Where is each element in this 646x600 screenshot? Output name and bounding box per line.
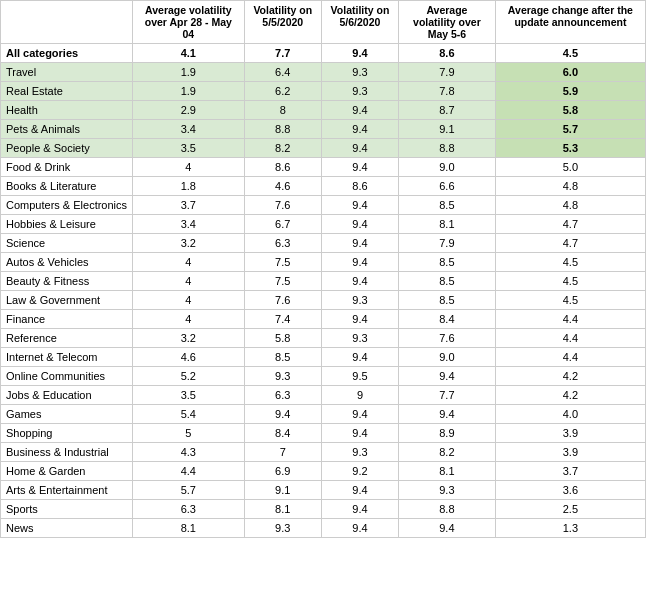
change-cell: 3.9 bbox=[495, 443, 645, 462]
vol-55-cell: 7.5 bbox=[244, 253, 321, 272]
category-cell: Finance bbox=[1, 310, 133, 329]
table-row: Books & Literature1.84.68.66.64.8 bbox=[1, 177, 646, 196]
change-cell: 4.5 bbox=[495, 291, 645, 310]
vol-avg-cell: 3.4 bbox=[133, 120, 245, 139]
category-cell: Law & Government bbox=[1, 291, 133, 310]
table-row: Internet & Telecom4.68.59.49.04.4 bbox=[1, 348, 646, 367]
vol-avg-56-cell: 8.6 bbox=[399, 44, 496, 63]
col-header-avg-56: Average volatility over May 5-6 bbox=[399, 1, 496, 44]
vol-avg-cell: 3.7 bbox=[133, 196, 245, 215]
category-cell: Science bbox=[1, 234, 133, 253]
vol-avg-56-cell: 8.1 bbox=[399, 462, 496, 481]
table-row: Beauty & Fitness47.59.48.54.5 bbox=[1, 272, 646, 291]
category-cell: Business & Industrial bbox=[1, 443, 133, 462]
vol-55-cell: 8.4 bbox=[244, 424, 321, 443]
vol-56-cell: 9.3 bbox=[321, 291, 398, 310]
change-cell: 5.3 bbox=[495, 139, 645, 158]
vol-55-cell: 4.6 bbox=[244, 177, 321, 196]
vol-avg-56-cell: 9.1 bbox=[399, 120, 496, 139]
change-cell: 4.7 bbox=[495, 215, 645, 234]
table-row: Hobbies & Leisure3.46.79.48.14.7 bbox=[1, 215, 646, 234]
vol-avg-cell: 4 bbox=[133, 291, 245, 310]
vol-avg-cell: 4 bbox=[133, 272, 245, 291]
col-header-vol-56: Volatility on 5/6/2020 bbox=[321, 1, 398, 44]
table-row: Travel1.96.49.37.96.0 bbox=[1, 63, 646, 82]
vol-56-cell: 9.4 bbox=[321, 44, 398, 63]
vol-avg-56-cell: 7.7 bbox=[399, 386, 496, 405]
category-cell: Real Estate bbox=[1, 82, 133, 101]
col-header-avg-change: Average change after the update announce… bbox=[495, 1, 645, 44]
vol-avg-cell: 4 bbox=[133, 158, 245, 177]
change-cell: 4.5 bbox=[495, 44, 645, 63]
table-row: Pets & Animals3.48.89.49.15.7 bbox=[1, 120, 646, 139]
vol-avg-56-cell: 9.4 bbox=[399, 367, 496, 386]
category-cell: News bbox=[1, 519, 133, 538]
vol-55-cell: 9.3 bbox=[244, 367, 321, 386]
vol-56-cell: 9 bbox=[321, 386, 398, 405]
col-header-avg-vol: Average volatility over Apr 28 - May 04 bbox=[133, 1, 245, 44]
vol-56-cell: 9.4 bbox=[321, 158, 398, 177]
vol-56-cell: 9.4 bbox=[321, 519, 398, 538]
vol-56-cell: 9.4 bbox=[321, 348, 398, 367]
change-cell: 5.8 bbox=[495, 101, 645, 120]
col-header-category bbox=[1, 1, 133, 44]
table-row: Science3.26.39.47.94.7 bbox=[1, 234, 646, 253]
vol-56-cell: 9.4 bbox=[321, 272, 398, 291]
category-cell: Computers & Electronics bbox=[1, 196, 133, 215]
vol-avg-56-cell: 8.4 bbox=[399, 310, 496, 329]
category-cell: Pets & Animals bbox=[1, 120, 133, 139]
vol-56-cell: 9.3 bbox=[321, 63, 398, 82]
col-header-vol-55: Volatility on 5/5/2020 bbox=[244, 1, 321, 44]
vol-avg-56-cell: 8.5 bbox=[399, 291, 496, 310]
vol-avg-cell: 5.4 bbox=[133, 405, 245, 424]
vol-avg-cell: 3.2 bbox=[133, 234, 245, 253]
change-cell: 1.3 bbox=[495, 519, 645, 538]
vol-55-cell: 8.6 bbox=[244, 158, 321, 177]
vol-avg-cell: 4 bbox=[133, 253, 245, 272]
table-row: Law & Government47.69.38.54.5 bbox=[1, 291, 646, 310]
change-cell: 4.8 bbox=[495, 196, 645, 215]
change-cell: 4.2 bbox=[495, 386, 645, 405]
change-cell: 5.9 bbox=[495, 82, 645, 101]
vol-avg-cell: 4.4 bbox=[133, 462, 245, 481]
vol-56-cell: 9.4 bbox=[321, 500, 398, 519]
vol-avg-cell: 1.8 bbox=[133, 177, 245, 196]
category-cell: Beauty & Fitness bbox=[1, 272, 133, 291]
vol-56-cell: 9.4 bbox=[321, 234, 398, 253]
vol-avg-cell: 4 bbox=[133, 310, 245, 329]
category-cell: People & Society bbox=[1, 139, 133, 158]
vol-56-cell: 9.4 bbox=[321, 120, 398, 139]
vol-avg-56-cell: 9.4 bbox=[399, 519, 496, 538]
vol-55-cell: 6.7 bbox=[244, 215, 321, 234]
category-cell: Reference bbox=[1, 329, 133, 348]
change-cell: 4.7 bbox=[495, 234, 645, 253]
vol-avg-56-cell: 9.0 bbox=[399, 158, 496, 177]
table-row: People & Society3.58.29.48.85.3 bbox=[1, 139, 646, 158]
vol-avg-cell: 4.6 bbox=[133, 348, 245, 367]
change-cell: 4.4 bbox=[495, 329, 645, 348]
category-cell: Travel bbox=[1, 63, 133, 82]
vol-avg-56-cell: 7.8 bbox=[399, 82, 496, 101]
category-cell: Sports bbox=[1, 500, 133, 519]
vol-55-cell: 5.8 bbox=[244, 329, 321, 348]
change-cell: 4.0 bbox=[495, 405, 645, 424]
vol-avg-cell: 3.5 bbox=[133, 139, 245, 158]
vol-55-cell: 6.4 bbox=[244, 63, 321, 82]
vol-avg-56-cell: 7.9 bbox=[399, 63, 496, 82]
vol-56-cell: 9.4 bbox=[321, 405, 398, 424]
vol-56-cell: 9.4 bbox=[321, 139, 398, 158]
table-row: Home & Garden4.46.99.28.13.7 bbox=[1, 462, 646, 481]
change-cell: 4.4 bbox=[495, 348, 645, 367]
vol-avg-56-cell: 8.5 bbox=[399, 272, 496, 291]
category-cell: Food & Drink bbox=[1, 158, 133, 177]
table-header: Average volatility over Apr 28 - May 04 … bbox=[1, 1, 646, 44]
table-row: Real Estate1.96.29.37.85.9 bbox=[1, 82, 646, 101]
vol-avg-56-cell: 6.6 bbox=[399, 177, 496, 196]
vol-avg-cell: 3.4 bbox=[133, 215, 245, 234]
change-cell: 4.5 bbox=[495, 253, 645, 272]
change-cell: 3.6 bbox=[495, 481, 645, 500]
table-row: Online Communities5.29.39.59.44.2 bbox=[1, 367, 646, 386]
vol-avg-56-cell: 8.9 bbox=[399, 424, 496, 443]
change-cell: 6.0 bbox=[495, 63, 645, 82]
table-row: Computers & Electronics3.77.69.48.54.8 bbox=[1, 196, 646, 215]
